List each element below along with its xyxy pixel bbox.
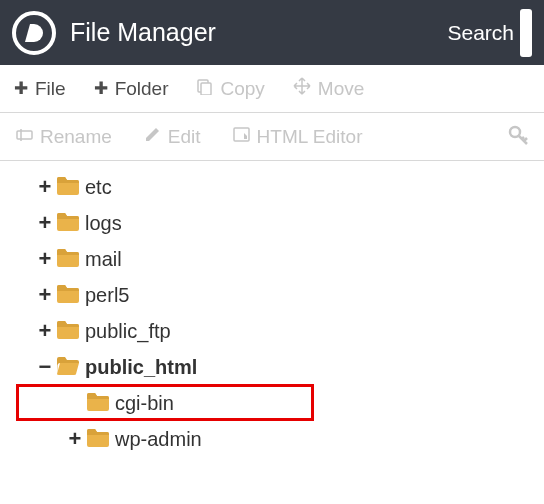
svg-rect-3	[17, 131, 32, 139]
new-folder-button[interactable]: ✚ Folder	[80, 65, 183, 112]
new-file-button[interactable]: ✚ File	[0, 65, 80, 112]
edit-label: Edit	[168, 126, 201, 148]
copy-icon	[196, 78, 213, 100]
folder-tree: +etc+logs+mail+perl5+public_ftp−public_h…	[0, 161, 544, 457]
search-input[interactable]	[520, 9, 532, 57]
rename-button[interactable]: Rename	[0, 113, 128, 160]
expand-icon[interactable]: +	[36, 284, 54, 306]
svg-rect-2	[201, 83, 211, 95]
tree-item-label: mail	[85, 241, 122, 277]
html-editor-label: HTML Editor	[257, 126, 363, 148]
app-header: File Manager Search	[0, 0, 544, 65]
copy-button[interactable]: Copy	[182, 65, 278, 112]
tree-item-perl5[interactable]: +perl5	[36, 277, 544, 313]
svg-rect-5	[234, 128, 249, 141]
expand-icon[interactable]: +	[36, 320, 54, 342]
move-icon	[293, 77, 311, 100]
move-button[interactable]: Move	[279, 65, 378, 112]
tree-item-public-html[interactable]: −public_html	[36, 349, 544, 385]
tree-item-label: perl5	[85, 277, 129, 313]
tree-item-label: cgi-bin	[115, 385, 174, 421]
folder-icon	[56, 356, 80, 379]
tree-item-label: public_html	[85, 349, 197, 385]
expand-icon[interactable]: +	[66, 428, 84, 450]
tree-item-mail[interactable]: +mail	[36, 241, 544, 277]
folder-icon	[56, 284, 80, 307]
move-label: Move	[318, 78, 364, 100]
toolbar-primary: ✚ File ✚ Folder Copy Move	[0, 65, 544, 113]
html-editor-icon	[233, 126, 250, 148]
tree-item-cgi-bin[interactable]: cgi-bin	[66, 385, 544, 421]
folder-icon	[56, 248, 80, 271]
permissions-button[interactable]	[494, 124, 544, 150]
rename-icon	[16, 126, 33, 148]
folder-icon	[86, 392, 110, 415]
app-title: File Manager	[70, 18, 447, 47]
new-file-label: File	[35, 78, 66, 100]
folder-icon	[86, 428, 110, 451]
new-folder-label: Folder	[115, 78, 169, 100]
cpanel-logo	[12, 11, 56, 55]
rename-label: Rename	[40, 126, 112, 148]
folder-icon	[56, 320, 80, 343]
expand-icon[interactable]: +	[36, 212, 54, 234]
tree-item-public-ftp[interactable]: +public_ftp	[36, 313, 544, 349]
html-editor-button[interactable]: HTML Editor	[217, 113, 379, 160]
search-label: Search	[447, 21, 514, 45]
folder-icon	[56, 212, 80, 235]
plus-icon: ✚	[14, 78, 28, 99]
tree-item-label: etc	[85, 169, 112, 205]
tree-item-label: logs	[85, 205, 122, 241]
tree-item-logs[interactable]: +logs	[36, 205, 544, 241]
tree-item-label: wp-admin	[115, 421, 202, 457]
pencil-icon	[144, 126, 161, 148]
expand-icon[interactable]: −	[36, 356, 54, 378]
folder-icon	[56, 176, 80, 199]
toolbar-secondary: Rename Edit HTML Editor	[0, 113, 544, 161]
key-icon	[508, 132, 530, 149]
copy-label: Copy	[220, 78, 264, 100]
expand-icon[interactable]: +	[36, 248, 54, 270]
plus-icon: ✚	[94, 78, 108, 99]
edit-button[interactable]: Edit	[128, 113, 217, 160]
expand-icon[interactable]: +	[36, 176, 54, 198]
tree-item-label: public_ftp	[85, 313, 171, 349]
tree-item-wp-admin[interactable]: +wp-admin	[66, 421, 544, 457]
tree-item-etc[interactable]: +etc	[36, 169, 544, 205]
